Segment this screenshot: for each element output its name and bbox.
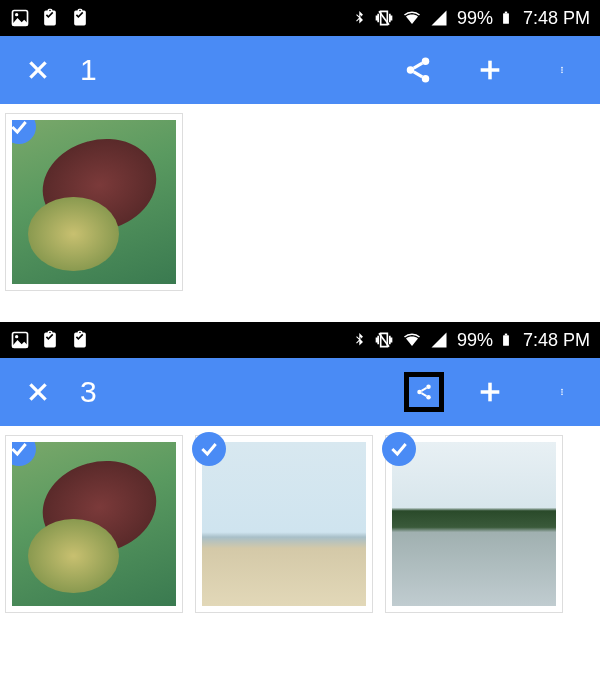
status-bar: 99% 7:48 PM: [0, 322, 600, 358]
svg-point-33: [561, 394, 563, 396]
svg-point-32: [561, 391, 563, 393]
photo-thumbnail[interactable]: [6, 114, 182, 290]
picture-icon: [10, 330, 30, 350]
bluetooth-icon: [353, 8, 367, 28]
status-bar: 99% 7:48 PM: [0, 0, 600, 36]
svg-point-18: [15, 335, 18, 338]
status-icons-left: [10, 7, 90, 29]
selected-check-icon: [6, 436, 36, 466]
add-button[interactable]: [470, 50, 510, 90]
svg-point-8: [407, 66, 415, 74]
picture-icon: [10, 8, 30, 28]
battery-icon: [499, 7, 513, 29]
photo-grid: [0, 104, 600, 300]
svg-rect-3: [503, 13, 509, 24]
svg-rect-4: [505, 12, 507, 14]
battery-percent: 99%: [457, 8, 493, 29]
overflow-menu-button[interactable]: [542, 372, 582, 412]
svg-point-16: [561, 72, 563, 74]
clipboard-icon: [40, 7, 60, 29]
svg-point-24: [426, 385, 431, 390]
wifi-icon: [401, 331, 423, 349]
battery-percent: 99%: [457, 330, 493, 351]
selection-count: 1: [80, 53, 97, 87]
svg-point-9: [422, 75, 430, 83]
clipboard-icon-2: [70, 7, 90, 29]
svg-point-15: [561, 69, 563, 71]
close-button[interactable]: [18, 50, 58, 90]
svg-line-28: [421, 393, 426, 396]
svg-line-10: [414, 63, 423, 68]
close-button[interactable]: [18, 372, 58, 412]
clipboard-icon-2: [70, 329, 90, 351]
vibrate-icon: [373, 8, 395, 28]
wifi-icon: [401, 9, 423, 27]
bluetooth-icon: [353, 330, 367, 350]
overflow-menu-button[interactable]: [542, 50, 582, 90]
signal-icon: [429, 331, 449, 349]
svg-point-31: [561, 389, 563, 391]
selection-count: 3: [80, 375, 97, 409]
photo-grid: [0, 426, 600, 626]
status-icons-right: 99% 7:48 PM: [353, 329, 590, 351]
svg-point-7: [422, 58, 430, 66]
selected-check-icon: [6, 114, 36, 144]
share-button[interactable]: [404, 372, 444, 412]
clock-text: 7:48 PM: [523, 8, 590, 29]
signal-icon: [429, 9, 449, 27]
svg-line-11: [414, 72, 423, 77]
clock-text: 7:48 PM: [523, 330, 590, 351]
svg-rect-20: [503, 335, 509, 346]
svg-line-27: [421, 388, 426, 391]
selection-toolbar: 3: [0, 358, 600, 426]
selection-toolbar: 1: [0, 36, 600, 104]
status-icons-right: 99% 7:48 PM: [353, 7, 590, 29]
screen-1: 99% 7:48 PM 1: [0, 0, 600, 300]
status-icons-left: [10, 329, 90, 351]
photo-thumbnail[interactable]: [6, 436, 182, 612]
svg-point-1: [15, 13, 18, 16]
share-button[interactable]: [398, 50, 438, 90]
clipboard-icon: [40, 329, 60, 351]
photo-thumbnail[interactable]: [386, 436, 562, 612]
svg-point-14: [561, 67, 563, 69]
screen-2: 99% 7:48 PM 3: [0, 322, 600, 626]
vibrate-icon: [373, 330, 395, 350]
svg-rect-21: [505, 334, 507, 336]
selected-check-icon: [382, 432, 416, 466]
selected-check-icon: [192, 432, 226, 466]
svg-point-25: [417, 390, 422, 395]
photo-thumbnail[interactable]: [196, 436, 372, 612]
add-button[interactable]: [470, 372, 510, 412]
battery-icon: [499, 329, 513, 351]
svg-point-26: [426, 395, 431, 400]
